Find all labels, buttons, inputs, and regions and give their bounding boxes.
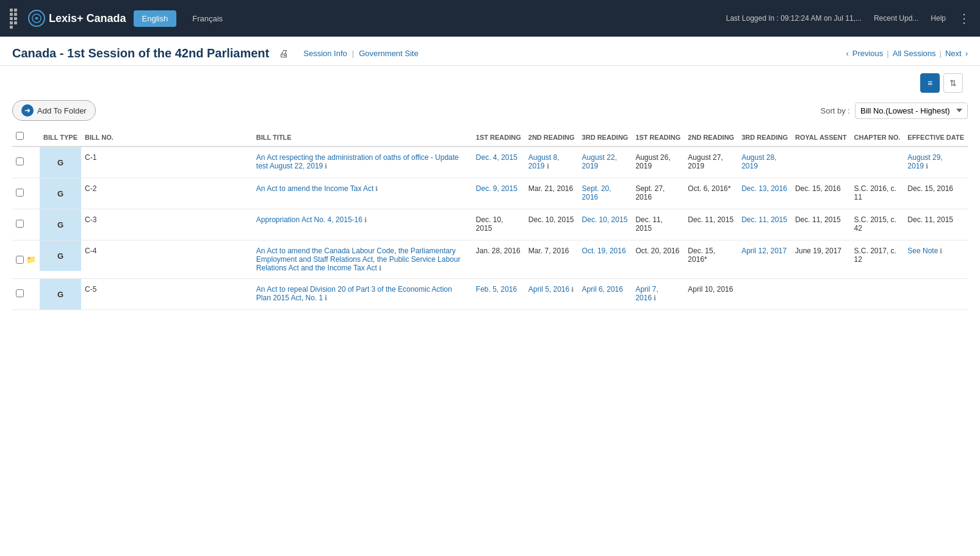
print-icon[interactable]: 🖨 <box>279 48 289 59</box>
bill-title-cell: An Act to amend the Canada Labour Code, … <box>253 240 472 279</box>
reading-3rd-link[interactable]: Oct. 19, 2016 <box>582 247 626 255</box>
s-reading-3rd-link[interactable]: Dec. 11, 2015 <box>741 215 787 224</box>
bill-no-cell: C-4 <box>81 240 253 279</box>
table-row: GC-5An Act to repeal Division 20 of Part… <box>12 279 968 310</box>
session-info-link[interactable]: Session Info <box>303 49 347 58</box>
effective-date-cell: August 29, 2019ℹ <box>904 146 968 178</box>
royal-assent-cell: Dec. 15, 2016 <box>791 178 851 209</box>
reading-1st-link[interactable]: Dec. 9, 2015 <box>476 184 517 193</box>
government-site-link[interactable]: Government Site <box>359 49 419 58</box>
help-link[interactable]: Help <box>931 14 946 23</box>
header-3rd-reading: 3RD READING <box>578 127 632 146</box>
reading-3rd: Dec. 10, 2015 <box>578 209 632 240</box>
bill-title-link[interactable]: An Act respecting the administration of … <box>256 153 459 170</box>
french-lang-button[interactable]: Français <box>184 10 231 27</box>
logo-name: Lexis+ <box>49 12 84 24</box>
reading-3rd: April 6, 2016 <box>578 279 632 310</box>
info-icon[interactable]: ℹ <box>375 185 378 192</box>
bill-no-cell: C-2 <box>81 178 253 209</box>
effective-date-link[interactable]: August 29, 2019 <box>907 153 942 170</box>
folder-icon[interactable]: 📁 <box>26 255 36 264</box>
s-reading-3rd-link[interactable]: Dec. 13, 2016 <box>741 184 787 193</box>
bill-type-cell: G <box>40 146 81 178</box>
effective-date-info-icon[interactable]: ℹ <box>926 162 928 170</box>
reading-3rd-link[interactable]: August 22, 2019 <box>582 153 617 170</box>
reading-2nd: Mar. 7, 2016 <box>525 240 578 279</box>
s-reading-2nd-text: August 27, 2019 <box>688 153 722 170</box>
bill-title-link[interactable]: An Act to repeal Division 20 of Part 3 o… <box>256 285 452 302</box>
chevron-right-icon: › <box>965 49 968 58</box>
bill-title-link[interactable]: An Act to amend the Canada Labour Code, … <box>256 247 461 272</box>
bill-title-link[interactable]: Appropriation Act No. 4, 2015-16 <box>256 215 362 224</box>
more-options-icon[interactable]: ⋮ <box>958 11 970 26</box>
last-logged-in: Last Logged In : 09:12:24 AM on Jul 11,.… <box>726 14 862 23</box>
sort-select[interactable]: Bill No.(Lowest - Highest) <box>855 103 968 119</box>
reading-3rd-link[interactable]: Sept. 20, 2016 <box>582 184 611 201</box>
reading-2nd-text: Mar. 21, 2016 <box>528 184 573 193</box>
logo: Lexis+ Canada <box>28 10 126 27</box>
reading-1st-link[interactable]: Dec. 4, 2015 <box>476 153 517 162</box>
row-checkbox[interactable] <box>16 189 24 197</box>
header-s-3rd-reading: 3RD READING <box>738 127 791 146</box>
reading-2nd-text: Mar. 7, 2016 <box>528 247 569 255</box>
reading-2nd-link[interactable]: April 5, 2016 <box>528 285 569 294</box>
s-reading-3rd: August 28, 2019 <box>738 146 791 178</box>
top-bar-left: Lexis+ Canada English Français <box>10 9 726 29</box>
reading-2nd: Dec. 10, 2015 <box>525 209 578 240</box>
effective-date-text: Dec. 11, 2015 <box>907 215 953 224</box>
s-reading-1st: August 26, 2019 <box>632 146 684 178</box>
header-2nd-reading: 2ND READING <box>525 127 578 146</box>
view-toggle-compact[interactable]: ⇅ <box>943 73 963 93</box>
effective-date-text: Dec. 15, 2016 <box>907 184 953 193</box>
chapter-no-cell <box>851 279 904 310</box>
page-title: Canada - 1st Session of the 42nd Parliam… <box>12 46 269 60</box>
reading-2nd-info-icon[interactable]: ℹ <box>571 286 574 293</box>
row-checkbox[interactable] <box>16 289 24 297</box>
header-s-2nd-reading: 2ND READING <box>684 127 738 146</box>
header-bill-no: BILL NO. <box>81 127 253 146</box>
royal-assent-cell: Dec. 11, 2015 <box>791 209 851 240</box>
add-to-folder-button[interactable]: ➜ Add To Folder <box>12 100 96 121</box>
reading-3rd-link[interactable]: April 6, 2016 <box>582 285 623 294</box>
bill-title-cell: An Act to repeal Division 20 of Part 3 o… <box>253 279 472 310</box>
s-reading-2nd-text: April 10, 2016 <box>688 285 733 294</box>
s-reading-3rd-link[interactable]: April 12, 2017 <box>741 247 787 255</box>
effective-date-info-icon[interactable]: ℹ <box>940 247 942 255</box>
header-1st-reading: 1ST READING <box>472 127 525 146</box>
effective-date-link[interactable]: See Note <box>907 247 938 255</box>
bill-number: C-5 <box>85 285 96 294</box>
s-reading-3rd <box>738 279 791 310</box>
bill-title-cell: An Act to amend the Income Tax Actℹ <box>253 178 472 209</box>
chapter-no-cell: S.C. 2016, c. 11 <box>851 178 904 209</box>
s-reading-1st-info-icon[interactable]: ℹ <box>654 294 656 301</box>
row-checkbox[interactable] <box>16 220 24 228</box>
reading-2nd-info-icon[interactable]: ℹ <box>547 162 549 170</box>
info-icon[interactable]: ℹ <box>325 294 327 301</box>
previous-link[interactable]: Previous <box>852 49 884 58</box>
row-checkbox[interactable] <box>16 157 24 165</box>
reading-2nd: April 5, 2016ℹ <box>525 279 578 310</box>
info-icon[interactable]: ℹ <box>379 264 381 272</box>
royal-assent-cell: June 19, 2017 <box>791 240 851 279</box>
reading-2nd-link[interactable]: August 8, 2019 <box>528 153 560 170</box>
s-reading-3rd-link[interactable]: August 28, 2019 <box>741 153 776 170</box>
bill-number: C-3 <box>85 215 96 224</box>
s-reading-2nd: April 10, 2016 <box>684 279 738 310</box>
add-folder-label: Add To Folder <box>37 106 87 115</box>
grid-menu-icon[interactable] <box>10 9 21 29</box>
view-toggle-list[interactable]: ≡ <box>920 73 940 93</box>
next-link[interactable]: Next <box>945 49 962 58</box>
s-reading-2nd-text: Oct. 6, 2016* <box>688 184 730 193</box>
info-icon[interactable]: ℹ <box>325 162 327 170</box>
s-reading-1st-text: August 26, 2019 <box>635 153 670 170</box>
reading-3rd-link[interactable]: Dec. 10, 2015 <box>582 215 628 224</box>
reading-3rd: Sept. 20, 2016 <box>578 178 632 209</box>
reading-1st-link[interactable]: Feb. 5, 2016 <box>476 285 517 294</box>
select-all-checkbox[interactable] <box>16 132 24 140</box>
recent-updates-link[interactable]: Recent Upd... <box>874 14 918 23</box>
bill-title-link[interactable]: An Act to amend the Income Tax Act <box>256 184 374 193</box>
info-icon[interactable]: ℹ <box>364 216 367 223</box>
english-lang-button[interactable]: English <box>134 10 177 27</box>
row-checkbox[interactable] <box>16 256 24 264</box>
all-sessions-link[interactable]: All Sessions <box>893 49 936 58</box>
